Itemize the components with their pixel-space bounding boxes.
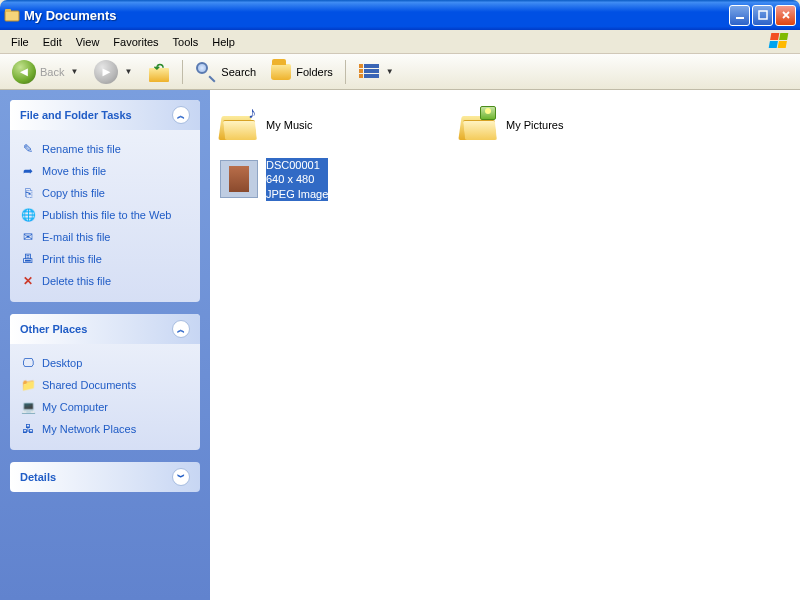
folder-up-icon: ↶ <box>148 62 170 82</box>
email-icon: ✉ <box>20 229 36 245</box>
task-print[interactable]: 🖶Print this file <box>20 248 190 270</box>
copy-icon: ⎘ <box>20 185 36 201</box>
pictures-folder-icon <box>458 104 500 146</box>
tasks-panel-title: File and Folder Tasks <box>20 109 132 121</box>
search-label: Search <box>221 66 256 78</box>
desktop-icon: 🖵 <box>20 355 36 371</box>
search-button[interactable]: Search <box>189 57 262 87</box>
move-icon: ➦ <box>20 163 36 179</box>
item-label: DSC00001 640 x 480 JPEG Image <box>266 158 328 201</box>
rename-icon: ✎ <box>20 141 36 157</box>
minimize-button[interactable] <box>729 5 750 26</box>
places-panel: Other Places ︽ 🖵Desktop 📁Shared Document… <box>10 314 200 450</box>
views-icon <box>358 61 380 83</box>
chevron-down-icon: ▼ <box>68 67 80 76</box>
back-button[interactable]: ◄ Back ▼ <box>6 56 86 88</box>
details-panel-header[interactable]: Details ︾ <box>10 462 200 492</box>
task-delete[interactable]: ✕Delete this file <box>20 270 190 292</box>
file-dsc00001[interactable]: DSC00001 640 x 480 JPEG Image <box>216 156 456 203</box>
separator <box>345 60 346 84</box>
up-button[interactable]: ↶ <box>142 58 176 86</box>
task-email[interactable]: ✉E-mail this file <box>20 226 190 248</box>
folder-my-music[interactable]: ♪ My Music <box>216 102 456 148</box>
computer-icon: 💻 <box>20 399 36 415</box>
image-thumbnail-icon <box>218 158 260 200</box>
menu-tools[interactable]: Tools <box>166 33 206 51</box>
item-label: My Music <box>266 118 312 132</box>
windows-logo-icon <box>770 33 790 51</box>
forward-arrow-icon: ► <box>94 60 118 84</box>
titlebar: My Documents <box>0 0 800 30</box>
window-title: My Documents <box>24 8 729 23</box>
folders-icon <box>270 61 292 83</box>
tasks-panel: File and Folder Tasks ︽ ✎Rename this fil… <box>10 100 200 302</box>
folder-icon: 📁 <box>20 377 36 393</box>
svg-rect-2 <box>736 17 744 19</box>
back-arrow-icon: ◄ <box>12 60 36 84</box>
svg-rect-0 <box>5 11 19 21</box>
menubar: File Edit View Favorites Tools Help <box>0 30 800 54</box>
tasks-panel-header[interactable]: File and Folder Tasks ︽ <box>10 100 200 130</box>
menu-edit[interactable]: Edit <box>36 33 69 51</box>
details-panel-title: Details <box>20 471 56 483</box>
task-rename[interactable]: ✎Rename this file <box>20 138 190 160</box>
svg-rect-3 <box>759 11 767 19</box>
close-button[interactable] <box>775 5 796 26</box>
sidebar: File and Folder Tasks ︽ ✎Rename this fil… <box>0 90 210 600</box>
back-label: Back <box>40 66 64 78</box>
chevron-up-icon: ︽ <box>172 106 190 124</box>
details-panel: Details ︾ <box>10 462 200 492</box>
network-icon: 🖧 <box>20 421 36 437</box>
places-panel-title: Other Places <box>20 323 87 335</box>
places-panel-header[interactable]: Other Places ︽ <box>10 314 200 344</box>
menu-help[interactable]: Help <box>205 33 242 51</box>
toolbar: ◄ Back ▼ ► ▼ ↶ Search Folders ▼ <box>0 54 800 90</box>
menu-favorites[interactable]: Favorites <box>106 33 165 51</box>
item-label: My Pictures <box>506 118 563 132</box>
place-shared[interactable]: 📁Shared Documents <box>20 374 190 396</box>
forward-button[interactable]: ► ▼ <box>88 56 140 88</box>
delete-icon: ✕ <box>20 273 36 289</box>
folder-my-pictures[interactable]: My Pictures <box>456 102 696 148</box>
views-button[interactable]: ▼ <box>352 57 402 87</box>
place-desktop[interactable]: 🖵Desktop <box>20 352 190 374</box>
menu-file[interactable]: File <box>4 33 36 51</box>
chevron-up-icon: ︽ <box>172 320 190 338</box>
print-icon: 🖶 <box>20 251 36 267</box>
task-publish[interactable]: 🌐Publish this file to the Web <box>20 204 190 226</box>
svg-rect-1 <box>5 9 11 12</box>
folder-icon <box>4 7 20 23</box>
place-network[interactable]: 🖧My Network Places <box>20 418 190 440</box>
folders-button[interactable]: Folders <box>264 57 339 87</box>
folders-label: Folders <box>296 66 333 78</box>
menu-view[interactable]: View <box>69 33 107 51</box>
chevron-down-icon: ▼ <box>122 67 134 76</box>
search-icon <box>195 61 217 83</box>
file-list[interactable]: ♪ My Music My Pictures DSC00001 640 x 48… <box>210 90 800 600</box>
place-computer[interactable]: 💻My Computer <box>20 396 190 418</box>
maximize-button[interactable] <box>752 5 773 26</box>
globe-icon: 🌐 <box>20 207 36 223</box>
separator <box>182 60 183 84</box>
music-folder-icon: ♪ <box>218 104 260 146</box>
chevron-down-icon: ︾ <box>172 468 190 486</box>
chevron-down-icon: ▼ <box>384 67 396 76</box>
task-move[interactable]: ➦Move this file <box>20 160 190 182</box>
task-copy[interactable]: ⎘Copy this file <box>20 182 190 204</box>
